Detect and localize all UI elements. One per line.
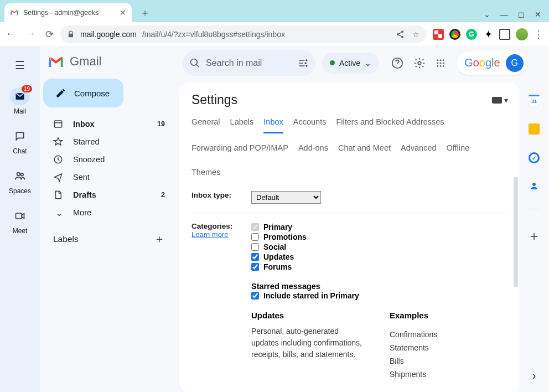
svg-point-15	[443, 62, 444, 64]
folder-label: Drafts	[73, 190, 96, 199]
category-checkbox[interactable]	[251, 223, 259, 231]
browser-tab[interactable]: Settings - admin@geeks ✕	[4, 3, 132, 22]
extensions-puzzle-icon[interactable]: ✦	[483, 29, 494, 40]
example-item: Shipments	[390, 368, 437, 381]
window-controls: ⌄ — ◻ ✕	[484, 10, 545, 19]
learn-more-link[interactable]: Learn more	[191, 230, 228, 239]
gmail-logo[interactable]: Gmail	[43, 52, 173, 79]
share-icon[interactable]	[396, 30, 405, 39]
tab-filters-and-blocked-addresses[interactable]: Filters and Blocked Addresses	[336, 117, 444, 133]
url-path: /mail/u/4/?zx=vlful8u8bgss#settings/inbo…	[142, 30, 285, 39]
tab-accounts[interactable]: Accounts	[293, 117, 327, 133]
minimize-icon[interactable]: —	[500, 10, 508, 19]
svg-point-11	[440, 59, 442, 61]
main-menu-icon[interactable]: ☰	[9, 54, 31, 76]
folder-inbox[interactable]: Inbox19	[43, 115, 173, 133]
search-input[interactable]: Search in mail	[183, 50, 315, 76]
chrome-menu-icon[interactable]: ⋮	[534, 28, 543, 40]
svg-point-19	[532, 183, 536, 186]
category-label: Social	[263, 243, 286, 251]
contacts-icon[interactable]	[529, 181, 539, 191]
rail-item-spaces[interactable]: Spaces	[0, 164, 40, 202]
tab-add-ons[interactable]: Add-ons	[298, 143, 328, 158]
grammarly-ext-icon[interactable]	[466, 29, 477, 40]
category-checkbox[interactable]	[251, 243, 259, 251]
apps-grid-icon[interactable]	[436, 58, 446, 68]
folder-more[interactable]: ⌄More	[43, 204, 173, 221]
settings-panel: Settings ▾ GeneralLabelsInboxAccountsFil…	[179, 82, 519, 392]
rail-label: Meet	[13, 227, 28, 235]
folder-count: 19	[157, 120, 165, 128]
folder-snoozed[interactable]: Snoozed	[43, 151, 173, 168]
tab-offline[interactable]: Offline	[447, 143, 470, 158]
tab-inbox[interactable]: Inbox	[263, 117, 283, 133]
folder-label: Starred	[73, 137, 100, 146]
category-label: Updates	[263, 252, 294, 261]
inbox-type-select[interactable]: Default	[251, 191, 321, 204]
example-item: Confirmations	[390, 328, 437, 341]
folder-icon	[53, 154, 64, 164]
forward-icon[interactable]: →	[25, 28, 35, 40]
tab-advanced[interactable]: Advanced	[401, 143, 437, 158]
folder-label: Inbox	[73, 120, 95, 128]
browser-toolbar: ← → ⟳ mail.google.com/mail/u/4/?zx=vlful…	[0, 22, 549, 47]
scrollbar[interactable]	[514, 177, 518, 287]
input-tool-icon[interactable]: ▾	[492, 96, 508, 105]
back-icon[interactable]: ←	[6, 28, 15, 40]
tab-labels[interactable]: Labels	[230, 117, 254, 133]
compose-label: Compose	[74, 89, 110, 98]
flipboard-ext-icon[interactable]	[433, 29, 444, 40]
svg-point-3	[17, 173, 20, 176]
search-options-icon[interactable]	[298, 58, 309, 69]
bookmark-icon[interactable]: ☆	[412, 30, 419, 39]
maximize-icon[interactable]: ◻	[518, 10, 525, 19]
folder-starred[interactable]: Starred	[43, 133, 173, 151]
category-checkbox[interactable]	[251, 263, 259, 271]
sidepanel-icon[interactable]	[499, 29, 510, 40]
folder-icon: ⌄	[53, 208, 64, 218]
categories-label: Categories:	[191, 222, 232, 230]
chevron-down-icon: ⌄	[365, 59, 371, 68]
rail-item-mail[interactable]: 19 Mail	[0, 84, 40, 122]
category-checkbox[interactable]	[251, 233, 259, 241]
keep-icon[interactable]	[529, 123, 540, 135]
tab-close-icon[interactable]: ✕	[120, 8, 126, 17]
settings-gear-icon[interactable]	[413, 57, 426, 69]
gmail-wordmark: Gmail	[70, 54, 101, 69]
folder-icon	[53, 137, 64, 147]
tab-themes[interactable]: Themes	[191, 168, 220, 182]
account-chip[interactable]: Google G	[457, 51, 527, 75]
browser-tab-strip: Settings - admin@geeks ✕ ＋ ⌄ — ◻ ✕	[0, 0, 549, 22]
compose-button[interactable]: Compose	[43, 79, 123, 107]
address-bar[interactable]: mail.google.com/mail/u/4/?zx=vlful8u8bgs…	[60, 25, 426, 43]
tab-general[interactable]: General	[191, 117, 220, 133]
svg-point-16	[437, 65, 438, 66]
category-row: Promotions	[251, 232, 508, 242]
status-pill[interactable]: Active ⌄	[322, 53, 379, 74]
page-title: Settings	[191, 92, 237, 107]
status-dot-icon	[330, 60, 335, 65]
close-window-icon[interactable]: ✕	[535, 10, 541, 19]
rail-item-meet[interactable]: Meet	[0, 204, 40, 241]
tasks-icon[interactable]	[529, 152, 540, 163]
new-tab-button[interactable]: ＋	[137, 5, 153, 20]
folder-sent[interactable]: Sent	[43, 168, 173, 186]
tab-dropdown-icon[interactable]: ⌄	[484, 10, 490, 19]
svg-point-17	[440, 65, 442, 66]
inbox-type-label: Inbox type:	[191, 191, 251, 204]
collapse-rail-icon[interactable]: ›	[532, 369, 536, 382]
starred-primary-checkbox[interactable]	[251, 292, 259, 300]
rail-item-chat[interactable]: Chat	[0, 124, 40, 162]
svg-point-4	[20, 173, 23, 176]
tab-forwarding-and-pop-imap[interactable]: Forwarding and POP/IMAP	[191, 143, 288, 158]
tab-chat-and-meet[interactable]: Chat and Meet	[338, 143, 391, 158]
folder-drafts[interactable]: Drafts2	[43, 186, 173, 204]
chrome-ext-icon[interactable]	[449, 29, 460, 40]
calendar-icon[interactable]	[529, 95, 540, 106]
get-addons-icon[interactable]: ＋	[527, 227, 541, 245]
category-checkbox[interactable]	[251, 253, 259, 261]
help-icon[interactable]	[391, 57, 403, 69]
reload-icon[interactable]: ⟳	[45, 28, 54, 40]
add-label-icon[interactable]: ＋	[154, 231, 165, 246]
profile-avatar[interactable]	[516, 28, 528, 40]
